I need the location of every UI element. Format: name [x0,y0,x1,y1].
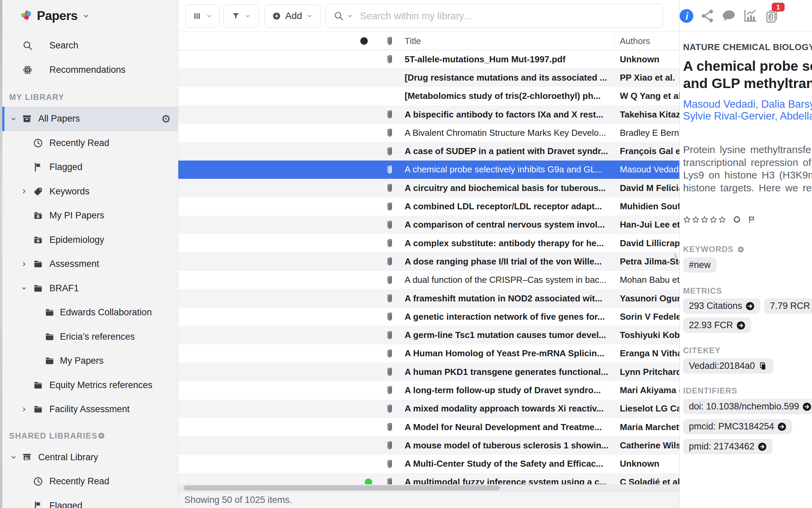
table-row[interactable]: A circuitry and biochemical basis for tu… [178,179,679,197]
sidebar-item-braf1[interactable]: BRAF1 [2,276,178,301]
table-row[interactable]: A human PKD1 transgene generates functio… [178,363,679,381]
library-search-field[interactable] [326,4,663,28]
table-row[interactable]: A Human Homolog of Yeast Pre-mRNA Splici… [178,344,679,363]
horizontal-scrollbar-thumb[interactable] [184,485,500,490]
sidebar-item-keywords[interactable]: Keywords [2,179,178,204]
title-column-header[interactable]: Title [405,32,421,50]
chevron-down-icon[interactable] [346,13,353,19]
metrics-header: METRICS [683,286,722,296]
authors-column-label: Authors [620,36,650,46]
table-row[interactable]: A frameshift mutation in NOD2 associated… [178,289,679,308]
table-row[interactable]: [Drug resistance mutations and its assoc… [178,68,679,87]
citekey-chip[interactable]: Vedadi:20184a0 [683,358,773,374]
gear-icon[interactable]: ⚙ [161,113,171,124]
chevron-right-icon[interactable] [20,406,28,413]
table-row[interactable]: A bispecific antibody to factors IXa and… [178,105,679,124]
sidebar-item-central-library[interactable]: Central Library [2,445,178,470]
paper-authors-line1[interactable]: Masoud Vedadi, Dalia Barsyte- [683,98,812,110]
authors-column-header[interactable]: Authors [620,32,650,50]
chevron-right-icon[interactable] [20,260,28,268]
metric-chip[interactable]: 7.79 RCR [764,298,812,314]
paper-authors-line2[interactable]: Sylvie Rival-Gervier, Abdellah [683,110,812,122]
filter-button[interactable] [224,4,259,27]
arrow-circle-icon [758,442,767,451]
table-row[interactable]: A combined LDL receptor/LDL receptor ada… [178,197,679,215]
sidebar-item-my-papers[interactable]: My Papers [2,349,178,373]
metrics-chart-icon[interactable] [742,8,758,24]
chevron-down-icon[interactable] [82,12,90,20]
flag-toggle-icon[interactable] [748,215,756,224]
star-icon[interactable] [718,216,726,224]
metric-chip[interactable]: 293 Citations [683,298,760,314]
sidebar-item-ericia-s-references[interactable]: Ericia’s references [2,325,178,349]
sidebar-item-my-pi-papers[interactable]: My PI Papers [2,204,178,228]
chevron-down-icon[interactable] [10,115,17,123]
table-row[interactable]: A Multi-Center Study of the Safety and E… [178,455,679,473]
columns-button[interactable] [185,4,219,27]
table-row[interactable]: A complex substitute: antibody therapy f… [178,234,679,252]
sidebar-item-flagged[interactable]: Flagged [2,155,178,179]
table-row[interactable]: 5T-allele-mutations_Hum Mut-1997.pdfUnkn… [178,50,679,68]
paperclip-icon [384,366,395,377]
identifier-chip[interactable]: doi: 10.1038/nchembio.599 [683,399,812,414]
star-icon[interactable] [683,216,691,224]
star-icon[interactable] [709,216,717,224]
abstract-line: transcriptional repression of a [683,156,812,169]
table-row[interactable]: A dual function of the CRISPR–Cas system… [178,271,679,289]
add-button[interactable]: Add [265,4,320,27]
table-row[interactable]: [Metabolomics study of tris(2-chloroethy… [178,87,679,105]
star-icon[interactable] [692,216,700,224]
table-row[interactable]: A long-term follow-up study of Dravet sy… [178,381,679,399]
table-row[interactable]: A genetic interaction network of five ge… [178,308,679,326]
star-icon[interactable] [701,216,708,224]
metric-chip[interactable]: 22.93 FCR [683,318,751,333]
table-row[interactable]: A dose ranging phase I/II trial of the v… [178,252,679,271]
attachment-column-header[interactable] [383,32,397,50]
sidebar-item-flagged[interactable]: Flagged [2,494,178,508]
sidebar-item-recently-read[interactable]: Recently Read [2,131,178,155]
comment-icon[interactable] [721,8,737,24]
chevron-down-icon[interactable] [20,284,28,292]
sidebar-item-equity-metrics-references[interactable]: Equity Metrics references [2,373,178,398]
read-status-column-header[interactable] [359,32,369,50]
sidebar-item-assessment[interactable]: Assessment [2,252,178,276]
attachment-cell [383,216,397,234]
copy-icon[interactable] [758,361,768,371]
table-row[interactable]: A chemical probe selectively inhibits G9… [178,161,679,179]
chevron-down-icon[interactable] [10,453,17,461]
attachment-cell [383,161,397,179]
sidebar-item-facility-assessment[interactable]: Facility Assessment [2,397,178,422]
table-row[interactable]: A case of SUDEP in a patient with Dravet… [178,142,679,160]
table-row[interactable]: A mixed modality approach towards Xi rea… [178,400,679,418]
table-row[interactable]: A germ-line Tsc1 mutation causes tumor d… [178,326,679,344]
chevron-right-icon[interactable] [20,188,28,195]
horizontal-scrollbar[interactable] [178,484,679,492]
sidebar-item-edwards-collaboration[interactable]: Edwards Collaboration [2,300,178,325]
sidebar-item-recently-read[interactable]: Recently Read [2,469,178,494]
keyword-chip[interactable]: #new [683,257,717,273]
sidebar-item-all-papers[interactable]: All Papers⚙ [2,107,178,131]
share-icon[interactable] [700,8,715,24]
table-row[interactable]: A comparison of central nervous system i… [178,216,679,234]
table-row[interactable]: A mouse model of tuberous sclerosis 1 sh… [178,436,679,454]
paperclip-icon [384,238,395,249]
read-status-circle-icon[interactable] [733,216,741,223]
flag-icon [33,501,43,508]
info-icon[interactable] [679,8,694,24]
identifier-chip[interactable]: pmcid: PMC3184254 [683,419,792,434]
identifier-chip[interactable]: pmid: 21743462 [683,439,772,454]
paper-title-line1: A chemical probe se [683,58,812,75]
app-logo-row[interactable]: Papers [2,5,178,26]
sidebar-item-label: Keywords [49,186,90,197]
table-row[interactable]: A Bivalent Chromatin Structure Marks Key… [178,124,679,142]
sidebar-item-search[interactable]: Search [2,34,178,58]
table-row[interactable]: A multimodal fuzzy inference system usin… [178,473,679,485]
add-keyword-icon[interactable] [737,246,745,253]
search-input[interactable] [359,10,637,22]
table-row[interactable]: A Model for Neural Development and Treat… [178,418,679,436]
status-text: Showing 50 of 1025 items. [184,495,292,505]
title-cell: A Multi-Center Study of the Safety and E… [405,455,613,473]
paper-authors[interactable]: Masoud Vedadi, Dalia Barsyte- Sylvie Riv… [683,98,812,122]
sidebar-item-epidemiology[interactable]: Epidemiology [2,228,178,252]
sidebar-item-recommendations[interactable]: Recommendations [2,58,178,82]
